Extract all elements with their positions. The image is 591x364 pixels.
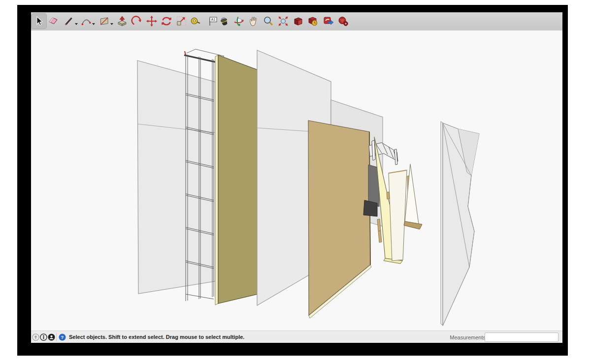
select-cursor-icon (33, 15, 45, 27)
tool-rectangle-button[interactable] (98, 15, 111, 28)
zoom-icon (263, 15, 274, 27)
tan-panel-dark[interactable] (215, 55, 258, 305)
get-models-clock-icon (307, 15, 319, 27)
tool-select-button[interactable] (31, 13, 47, 29)
tool-3d-warehouse-button[interactable] (292, 15, 304, 28)
tool-eraser-button[interactable] (47, 15, 60, 28)
credits-icon[interactable] (40, 334, 47, 341)
measurements-label: Measurements (450, 334, 486, 340)
status-bar: ? Select objects. Shift to extend select… (31, 331, 562, 343)
flat-panel-left[interactable] (137, 61, 218, 294)
tool-rotate-button[interactable] (160, 15, 173, 28)
svg-text:A1: A1 (211, 18, 216, 21)
tool-get-models-button[interactable] (306, 15, 319, 28)
orbit-icon (233, 15, 245, 27)
tool-zoom-extents-button[interactable] (277, 15, 290, 28)
warehouse-boxes-icon (292, 15, 304, 27)
app-window: A1 (31, 12, 562, 343)
statusbar-divider (56, 333, 57, 341)
status-message: Select objects. Shift to extend select. … (69, 334, 244, 340)
push-pull-icon (116, 15, 128, 27)
tool-offset-button[interactable] (131, 15, 143, 28)
tool-scale-button[interactable] (175, 15, 188, 28)
tool-orbit-button[interactable] (232, 15, 245, 28)
model-viewport[interactable] (31, 30, 562, 331)
scale-icon (175, 15, 187, 27)
tan-panel-light[interactable] (308, 121, 371, 318)
main-toolbar: A1 (31, 12, 562, 31)
tool-move-button[interactable] (145, 15, 158, 28)
model-scene[interactable] (31, 30, 562, 331)
tool-share-model-button[interactable] (322, 15, 335, 28)
desktop-background: A1 (17, 5, 568, 356)
tool-pan-button[interactable] (247, 15, 260, 28)
zoom-extents-icon (277, 15, 289, 27)
pencil-icon (63, 15, 75, 27)
svg-text:?: ? (61, 334, 64, 340)
rectangle-dropdown-caret[interactable] (110, 23, 113, 25)
rectangle-icon (98, 15, 110, 27)
help-icon[interactable]: ? (59, 334, 66, 341)
pan-hand-icon (248, 15, 260, 27)
move-icon (146, 15, 158, 27)
tool-zoom-button[interactable] (262, 15, 275, 28)
measurements-input[interactable] (485, 333, 558, 342)
tool-extension-warehouse-button[interactable] (337, 15, 350, 28)
sign-in-icon[interactable] (48, 334, 55, 341)
faceted-panel-right[interactable] (441, 121, 479, 326)
line-dropdown-caret[interactable] (75, 23, 78, 25)
tool-arc-button[interactable] (80, 15, 93, 28)
arc-dropdown-caret[interactable] (92, 23, 95, 25)
offset-icon (131, 15, 143, 27)
rotate-icon (161, 15, 172, 27)
tool-paint-bucket-button[interactable] (218, 15, 230, 28)
eraser-icon (47, 15, 59, 27)
tape-measure-icon (190, 15, 201, 27)
arc-icon (80, 15, 92, 27)
share-model-icon (323, 15, 334, 27)
tool-tape-measure-button[interactable] (189, 15, 202, 28)
tool-line-button[interactable] (63, 15, 75, 28)
screenshot-stage: A1 (0, 0, 591, 364)
geolocation-icon[interactable] (32, 334, 39, 341)
text-icon: A1 (207, 15, 219, 27)
extension-warehouse-icon (337, 15, 349, 27)
tool-push-pull-button[interactable] (116, 15, 129, 28)
paint-bucket-icon (218, 15, 230, 27)
